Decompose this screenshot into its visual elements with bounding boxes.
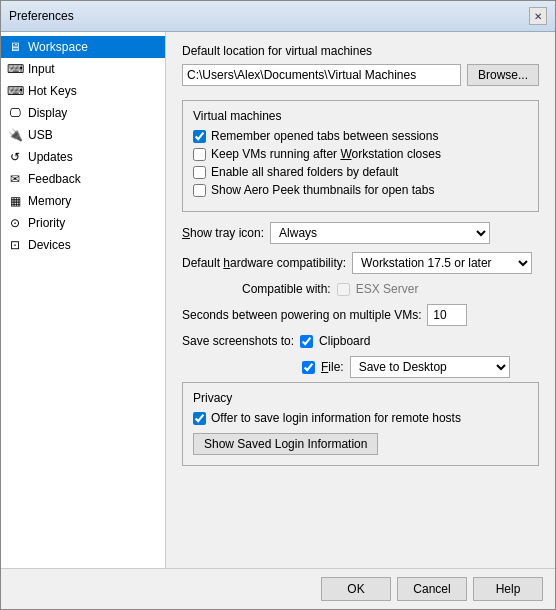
aero-peek-checkbox[interactable] <box>193 184 206 197</box>
ok-button[interactable]: OK <box>321 577 391 601</box>
dialog-footer: OK Cancel Help <box>1 568 555 609</box>
offer-login-label: Offer to save login information for remo… <box>211 411 461 425</box>
priority-icon: ⊙ <box>7 215 23 231</box>
sidebar-item-input-label: Input <box>28 62 55 76</box>
cancel-button[interactable]: Cancel <box>397 577 467 601</box>
virtual-machines-group: Virtual machines Remember opened tabs be… <box>182 100 539 212</box>
sidebar: 🖥 Workspace ⌨ Input ⌨ Hot Keys 🖵 Display… <box>1 32 166 568</box>
browse-button[interactable]: Browse... <box>467 64 539 86</box>
sidebar-item-priority-label: Priority <box>28 216 65 230</box>
keep-vms-label: Keep VMs running after Workstation close… <box>211 147 441 161</box>
sidebar-item-feedback[interactable]: ✉ Feedback <box>1 168 165 190</box>
help-button[interactable]: Help <box>473 577 543 601</box>
privacy-label: Privacy <box>193 391 528 405</box>
sidebar-item-usb-label: USB <box>28 128 53 142</box>
preferences-dialog: Preferences ✕ 🖥 Workspace ⌨ Input ⌨ Hot … <box>0 0 556 610</box>
sidebar-item-devices[interactable]: ⊡ Devices <box>1 234 165 256</box>
virtual-machines-label: Virtual machines <box>193 109 528 123</box>
shared-folders-checkbox[interactable] <box>193 166 206 179</box>
aero-peek-label: Show Aero Peek thumbnails for open tabs <box>211 183 434 197</box>
privacy-group: Privacy Offer to save login information … <box>182 382 539 466</box>
display-icon: 🖵 <box>7 105 23 121</box>
sidebar-item-input[interactable]: ⌨ Input <box>1 58 165 80</box>
usb-icon: 🔌 <box>7 127 23 143</box>
updates-icon: ↺ <box>7 149 23 165</box>
hw-compat-label: Default hardware compatibility: <box>182 256 346 270</box>
clipboard-label: Clipboard <box>319 334 370 348</box>
remember-tabs-checkbox[interactable] <box>193 130 206 143</box>
keep-vms-checkbox[interactable] <box>193 148 206 161</box>
hw-compat-row: Default hardware compatibility: Workstat… <box>182 252 539 274</box>
sidebar-item-usb[interactable]: 🔌 USB <box>1 124 165 146</box>
sidebar-item-hotkeys[interactable]: ⌨ Hot Keys <box>1 80 165 102</box>
seconds-row: Seconds between powering on multiple VMs… <box>182 304 539 326</box>
sidebar-item-updates-label: Updates <box>28 150 73 164</box>
sidebar-item-display-label: Display <box>28 106 67 120</box>
screenshot-label: Save screenshots to: <box>182 334 294 348</box>
tray-icon-label: Show tray icon: <box>182 226 264 240</box>
sidebar-item-memory-label: Memory <box>28 194 71 208</box>
sidebar-item-workspace[interactable]: 🖥 Workspace <box>1 36 165 58</box>
compat-with-row: Compatible with: ESX Server <box>182 282 539 296</box>
path-row: Browse... <box>182 64 539 86</box>
tray-icon-dropdown[interactable]: Always Never When minimized <box>270 222 490 244</box>
sidebar-item-feedback-label: Feedback <box>28 172 81 186</box>
workspace-icon: 🖥 <box>7 39 23 55</box>
sidebar-item-priority[interactable]: ⊙ Priority <box>1 212 165 234</box>
sidebar-item-memory[interactable]: ▦ Memory <box>1 190 165 212</box>
tray-icon-row: Show tray icon: Always Never When minimi… <box>182 222 539 244</box>
sidebar-item-display[interactable]: 🖵 Display <box>1 102 165 124</box>
remember-tabs-label: Remember opened tabs between sessions <box>211 129 438 143</box>
compat-with-label: Compatible with: <box>242 282 331 296</box>
keep-vms-row: Keep VMs running after Workstation close… <box>193 147 528 161</box>
clipboard-checkbox[interactable] <box>300 335 313 348</box>
feedback-icon: ✉ <box>7 171 23 187</box>
title-bar: Preferences ✕ <box>1 1 555 32</box>
dialog-title: Preferences <box>9 9 74 23</box>
remember-tabs-row: Remember opened tabs between sessions <box>193 129 528 143</box>
show-saved-button[interactable]: Show Saved Login Information <box>193 433 378 455</box>
hotkeys-icon: ⌨ <box>7 83 23 99</box>
aero-peek-row: Show Aero Peek thumbnails for open tabs <box>193 183 528 197</box>
seconds-label: Seconds between powering on multiple VMs… <box>182 308 421 322</box>
shared-folders-row: Enable all shared folders by default <box>193 165 528 179</box>
file-row: File: Save to Desktop Choose folder... <box>182 356 539 378</box>
shared-folders-label: Enable all shared folders by default <box>211 165 398 179</box>
seconds-spinner[interactable] <box>427 304 467 326</box>
sidebar-item-workspace-label: Workspace <box>28 40 88 54</box>
close-button[interactable]: ✕ <box>529 7 547 25</box>
file-dropdown[interactable]: Save to Desktop Choose folder... <box>350 356 510 378</box>
sidebar-item-updates[interactable]: ↺ Updates <box>1 146 165 168</box>
esx-checkbox <box>337 283 350 296</box>
memory-icon: ▦ <box>7 193 23 209</box>
dialog-body: 🖥 Workspace ⌨ Input ⌨ Hot Keys 🖵 Display… <box>1 32 555 568</box>
screenshot-row: Save screenshots to: Clipboard <box>182 334 539 348</box>
input-icon: ⌨ <box>7 61 23 77</box>
offer-login-checkbox[interactable] <box>193 412 206 425</box>
hw-compat-dropdown[interactable]: Workstation 17.5 or later Workstation 16… <box>352 252 532 274</box>
sidebar-item-hotkeys-label: Hot Keys <box>28 84 77 98</box>
esx-label: ESX Server <box>356 282 419 296</box>
devices-icon: ⊡ <box>7 237 23 253</box>
vm-location-label: Default location for virtual machines <box>182 44 539 58</box>
file-label: File: <box>321 360 344 374</box>
main-content: Default location for virtual machines Br… <box>166 32 555 568</box>
offer-login-row: Offer to save login information for remo… <box>193 411 528 425</box>
sidebar-item-devices-label: Devices <box>28 238 71 252</box>
file-checkbox[interactable] <box>302 361 315 374</box>
vm-path-input[interactable] <box>182 64 461 86</box>
